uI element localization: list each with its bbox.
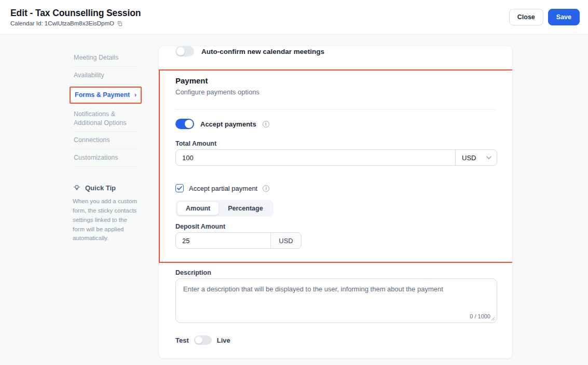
partial-payment-label: Accept partial payment <box>189 185 257 192</box>
header: Edit - Tax Counselling Session Calendar … <box>0 0 588 35</box>
close-button[interactable]: Close <box>509 9 543 25</box>
segment-percentage[interactable]: Percentage <box>219 202 271 215</box>
content-area: Meeting Details Availability Forms & Pay… <box>0 35 588 365</box>
toggle-knob <box>195 336 202 344</box>
deposit-amount-group: USD <box>175 232 302 249</box>
total-amount-input[interactable] <box>175 149 455 166</box>
sidebar-item-connections[interactable]: Connections <box>73 132 139 149</box>
section-divider <box>175 109 496 110</box>
chevron-right-icon: › <box>134 91 136 99</box>
quick-tip: Quick Tip When you add a custom form, th… <box>73 184 139 243</box>
calendar-id: Calendar Id: 1CwlUtzaBm8x3EisDpmO <box>10 20 141 26</box>
calendar-id-text: Calendar Id: 1CwlUtzaBm8x3EisDpmO <box>10 20 114 26</box>
live-label: Live <box>217 336 230 344</box>
partial-payment-row: Accept partial payment <box>175 184 269 192</box>
resize-handle-icon[interactable] <box>491 317 495 321</box>
copy-icon[interactable] <box>117 21 122 26</box>
total-amount-label: Total Amount <box>175 140 216 147</box>
header-actions: Close Save <box>509 9 580 25</box>
save-button[interactable]: Save <box>548 9 580 25</box>
accept-payments-toggle[interactable] <box>175 119 194 129</box>
page-title: Edit - Tax Counselling Session <box>10 8 141 19</box>
sidebar-item-forms-payment[interactable]: Forms & Payment › <box>70 87 142 104</box>
lightbulb-icon <box>73 184 81 192</box>
chevron-down-icon <box>486 156 491 159</box>
auto-confirm-row: Auto-confirm new calendar meetings <box>175 46 324 58</box>
header-titles: Edit - Tax Counselling Session Calendar … <box>10 8 141 26</box>
accept-payments-row: Accept payments <box>175 119 269 129</box>
settings-card: Auto-confirm new calendar meetings Payme… <box>158 46 513 359</box>
auto-confirm-label: Auto-confirm new calendar meetings <box>201 48 324 55</box>
deposit-amount-label: Deposit Amount <box>175 223 225 230</box>
description-field: 0 / 1000 <box>175 278 497 323</box>
sidebar-item-availability[interactable]: Availability <box>73 67 139 85</box>
partial-payment-checkbox[interactable] <box>175 184 184 192</box>
sidebar-item-notifications[interactable]: Notifications & Additional Options <box>73 106 139 132</box>
accept-payments-label: Accept payments <box>200 120 256 128</box>
info-icon[interactable] <box>263 185 269 192</box>
info-icon[interactable] <box>263 121 269 128</box>
test-live-toggle[interactable] <box>194 335 212 345</box>
auto-confirm-toggle[interactable] <box>175 46 194 57</box>
payment-mode-row: Test Live <box>175 335 230 345</box>
segment-amount[interactable]: Amount <box>177 202 219 215</box>
payment-section-header: Payment Configure payments options <box>175 76 496 96</box>
character-counter: 0 / 1000 <box>470 313 490 319</box>
quick-tip-text: When you add a custom form, the sticky c… <box>73 197 139 243</box>
toggle-knob <box>185 120 193 128</box>
sidebar-item-label: Forms & Payment <box>75 91 130 100</box>
total-amount-group: USD <box>175 149 497 166</box>
description-textarea[interactable] <box>176 279 497 322</box>
payment-subtitle: Configure payments options <box>175 88 496 96</box>
quick-tip-title: Quick Tip <box>85 184 116 192</box>
deposit-amount-input[interactable] <box>175 232 270 249</box>
toggle-knob <box>176 47 185 55</box>
deposit-currency-suffix: USD <box>270 232 302 249</box>
deposit-type-segmented-control: Amount Percentage <box>175 200 274 217</box>
quick-tip-header: Quick Tip <box>73 184 139 192</box>
test-label: Test <box>175 336 189 344</box>
description-label: Description <box>175 269 211 276</box>
currency-select[interactable]: USD <box>455 149 497 166</box>
sidebar-item-meeting-details[interactable]: Meeting Details <box>73 49 139 67</box>
sidebar: Meeting Details Availability Forms & Pay… <box>73 49 139 243</box>
payment-title: Payment <box>175 76 496 85</box>
check-icon <box>177 186 182 190</box>
currency-value: USD <box>462 154 476 162</box>
sidebar-item-customizations[interactable]: Customizations <box>73 149 139 167</box>
